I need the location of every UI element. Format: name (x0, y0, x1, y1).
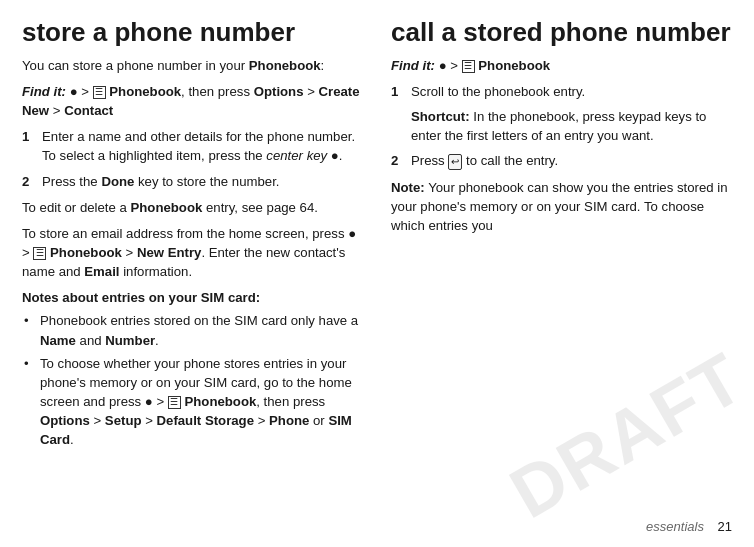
edit-para: To edit or delete a Phonebook entry, see… (22, 198, 363, 217)
left-steps: 1 Enter a name and other details for the… (22, 127, 363, 190)
left-column: store a phone number You can store a pho… (22, 18, 363, 533)
right-step-1: 1 Scroll to the phonebook entry. (391, 82, 732, 101)
right-column: call a stored phone number Find it: ● > … (391, 18, 732, 533)
page-number: 21 (718, 519, 732, 534)
intro-para: You can store a phone number in your Pho… (22, 56, 363, 75)
find-it-right: Find it: ● > ☰ Phonebook (391, 56, 732, 75)
phonebook-icon-sim: ☰ (168, 396, 181, 409)
right-title: call a stored phone number (391, 18, 732, 48)
call-key-icon: ↩ (448, 154, 462, 171)
left-title: store a phone number (22, 18, 363, 48)
right-step-2: 2 Press ↩ to call the entry. (391, 151, 732, 170)
phonebook-icon-email: ☰ (33, 247, 46, 260)
sim-notes-list: • Phonebook entries stored on the SIM ca… (22, 311, 363, 449)
step-1: 1 Enter a name and other details for the… (22, 127, 363, 165)
sim-note-2: • To choose whether your phone stores en… (24, 354, 363, 450)
phonebook-icon-right: ☰ (462, 60, 475, 73)
notes-header: Notes about entries on your SIM card: (22, 288, 363, 307)
footer: essentials 21 (646, 518, 732, 537)
step-2: 2 Press the Done key to store the number… (22, 172, 363, 191)
store-email-para: To store an email address from the home … (22, 224, 363, 281)
phonebook-icon-left: ☰ (93, 86, 106, 99)
sim-note-1: • Phonebook entries stored on the SIM ca… (24, 311, 363, 349)
essentials-label: essentials (646, 519, 704, 534)
find-it-left: Find it: ● > ☰ Phonebook, then press Opt… (22, 82, 363, 120)
right-steps: 1 Scroll to the phonebook entry. Shortcu… (391, 82, 732, 171)
note-para: Note: Your phonebook can show you the en… (391, 178, 732, 235)
right-step-1-shortcut: Shortcut: In the phonebook, press keypad… (411, 107, 732, 145)
